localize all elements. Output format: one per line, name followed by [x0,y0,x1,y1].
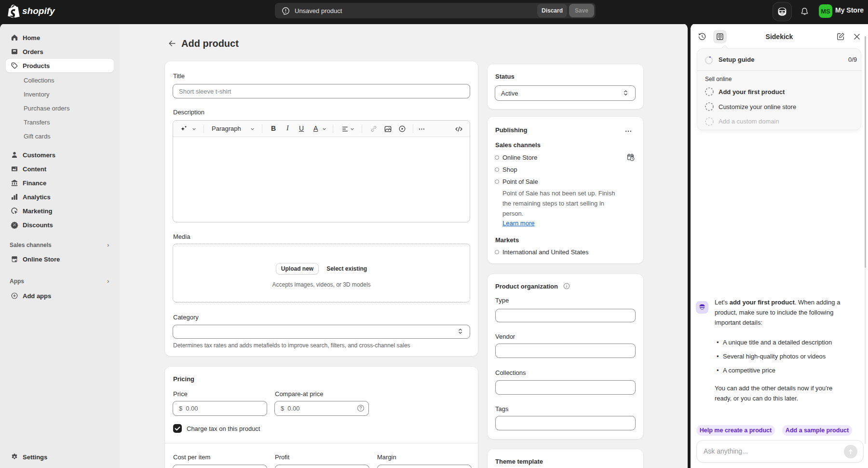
svg-text:shopify: shopify [22,6,55,16]
